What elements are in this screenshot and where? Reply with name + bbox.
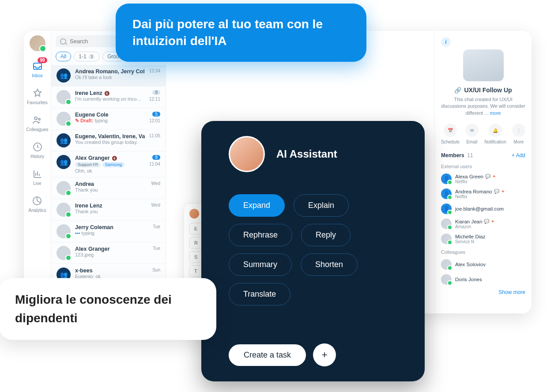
member-item[interactable]: Doris Jones (441, 274, 525, 285)
member-item[interactable]: 👤Andrea Romano💬✦Netflix (441, 188, 525, 199)
user-avatar (57, 112, 71, 126)
nav-inbox[interactable]: 99 Inbox (32, 61, 42, 78)
svg-point-0 (34, 117, 37, 120)
conversation-item[interactable]: AndreaThank youWed (51, 177, 166, 199)
member-avatar (441, 234, 452, 244)
member-name: Kiaran Jean💬✦ (455, 219, 494, 224)
more-link[interactable]: more (490, 110, 501, 116)
conversation-time: Wed (151, 181, 160, 186)
nav-sidebar: 99 Inbox Favourites Colleagues History (24, 31, 51, 313)
plus-button[interactable]: + (313, 343, 336, 366)
ai-action-rephrase[interactable]: Rephrase (229, 224, 292, 246)
conversation-time: Sun (152, 268, 160, 272)
chat-photo (463, 49, 504, 81)
nav-history[interactable]: History (30, 142, 44, 159)
ai-action-expand[interactable]: Expand (229, 194, 285, 217)
member-name: Alex Soloviov (455, 262, 486, 267)
nav-colleagues-label: Colleagues (26, 127, 48, 132)
conversation-title: Alex Granger (75, 246, 148, 252)
add-member-link[interactable]: + Add (512, 152, 525, 158)
user-avatar (57, 224, 71, 238)
nav-favourites[interactable]: Favourites (27, 88, 48, 105)
more-icon: ⋮ (512, 124, 525, 137)
conversation-item[interactable]: 👥Andrea Romano, Jerry ColemanOk I'll tak… (51, 65, 166, 87)
conversation-item[interactable]: Irene Lenz🔇I'm currently working on Inco… (51, 87, 166, 108)
action-notification[interactable]: 🔔Notification (484, 124, 506, 144)
conversation-item[interactable]: Irene LenzThank youWed (51, 199, 166, 221)
member-item[interactable]: 👤Alexa Green💬✦Netflix (441, 173, 525, 184)
colleagues-list: Alex SoloviovDoris Jones (441, 255, 525, 285)
inbox-badge: 99 (38, 57, 47, 63)
member-name: Doris Jones (455, 277, 482, 282)
unread-badge: 8 (152, 90, 160, 95)
user-avatar (57, 181, 71, 195)
conversation-preview: Thank you (75, 187, 147, 192)
members-header: Members 11 + Add (441, 152, 525, 161)
conversation-preview: Thank you (75, 209, 147, 214)
unread-badge: 8 (152, 155, 160, 160)
conversation-item[interactable]: Alex Granger123.jpegTue (51, 242, 166, 264)
member-item[interactable]: Michelle DiazService N (441, 234, 525, 244)
ai-header: AI Assistant (218, 136, 408, 172)
conversation-preview: You created this group today. (75, 139, 145, 145)
member-sub: Netflix (455, 179, 496, 184)
action-more[interactable]: ⋮More (512, 124, 525, 144)
headline-card-blue: Dai più potere al tuo team con le intuiz… (116, 4, 366, 62)
nav-live-label: Live (33, 181, 41, 186)
ai-actions: ExpandExplainRephraseReplySummaryShorten… (218, 194, 408, 305)
nav-live[interactable]: Live (32, 169, 43, 186)
ai-peek-avatar (189, 209, 199, 219)
conversation-title: Eugene, Valentin, Irene, Vasyly, E... (75, 133, 145, 139)
link-icon: 🔗 (454, 87, 461, 94)
create-task-button[interactable]: Create a task (229, 344, 306, 366)
star-icon (32, 88, 43, 98)
ai-action-explain[interactable]: Explain (294, 194, 349, 217)
group-avatar-icon: 👥 (57, 133, 71, 147)
clock-icon (32, 142, 43, 152)
ai-action-reply[interactable]: Reply (301, 224, 351, 246)
conversation-title: Jerry Coleman (75, 224, 148, 230)
inbox-panel: All 1-13 Grou 👥Andrea Romano, Jerry Cole… (51, 31, 166, 313)
profile-avatar[interactable] (30, 35, 45, 51)
member-name: Andrea Romano💬✦ (455, 189, 505, 194)
inbox-icon: 99 (32, 61, 43, 72)
chart-icon (32, 169, 43, 179)
info-icon[interactable]: i (441, 37, 451, 47)
group-avatar-icon: 👥 (57, 155, 71, 169)
filter-all[interactable]: All (56, 52, 71, 61)
action-schedule[interactable]: 📅Schedule (441, 124, 460, 144)
conversation-title: Eugene Cole (75, 112, 145, 118)
show-more-link[interactable]: Show more (498, 289, 525, 295)
external-members-list: 👤Alexa Green💬✦Netflix👤Andrea Romano💬✦Net… (441, 169, 525, 244)
conversation-title: Alex Granger🔇 (75, 155, 145, 161)
member-avatar: 👤 (441, 173, 452, 184)
nav-analytics[interactable]: Analytics (28, 196, 46, 213)
action-email[interactable]: ✉Email (465, 124, 479, 144)
nav-history-label: History (30, 154, 44, 159)
conversation-time: 12:11 (149, 97, 160, 102)
member-item[interactable]: Alex Soloviov (441, 259, 525, 270)
member-avatar (441, 259, 452, 270)
nav-favourites-label: Favourites (27, 100, 48, 105)
nav-colleagues[interactable]: Colleagues (26, 115, 48, 132)
conversation-item[interactable]: Jerry Coleman••• typingTue (51, 221, 166, 242)
ai-action-translate[interactable]: Translate (229, 283, 290, 305)
member-sub: Service N (455, 239, 485, 244)
conversation-preview: ••• typing (75, 230, 148, 236)
member-item[interactable]: Kiaran Jean💬✦Amazon (441, 219, 525, 229)
conversation-item[interactable]: 👥Eugene, Valentin, Irene, Vasyly, E...Yo… (51, 130, 166, 151)
conversation-time: 12:34 (149, 68, 160, 73)
conversation-item[interactable]: 👥Alex Granger🔇Support FRSamsungOhh, ok81… (51, 151, 166, 177)
conversation-time: Tue (153, 224, 160, 229)
member-item[interactable]: 👤joe.blank@gmail.com (441, 204, 525, 214)
member-avatar (441, 219, 452, 229)
ai-avatar (229, 136, 265, 172)
tag-pill: Support FR (75, 162, 101, 167)
filter-1-1[interactable]: 1-13 (74, 52, 100, 61)
ai-action-shorten[interactable]: Shorten (301, 253, 358, 276)
conversation-item[interactable]: Eugene Cole✎ Draft: typing512:01 (51, 108, 166, 130)
conversation-time: 11:05 (149, 133, 160, 138)
svg-point-1 (38, 118, 40, 120)
ai-action-summary[interactable]: Summary (229, 253, 292, 276)
member-avatar: 👤 (441, 188, 452, 199)
